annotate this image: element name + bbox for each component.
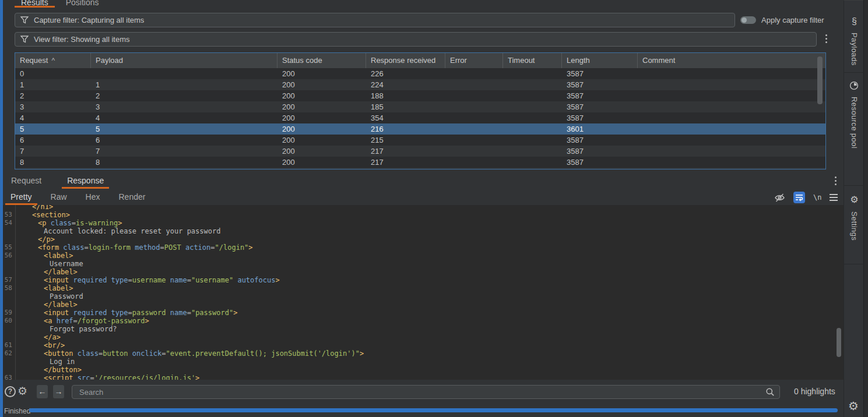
table-row[interactable]: 552002163601 bbox=[15, 123, 825, 135]
editor-options-icon[interactable] bbox=[830, 194, 838, 201]
table-cell bbox=[638, 68, 825, 79]
apply-capture-filter-toggle[interactable] bbox=[740, 16, 756, 24]
table-row[interactable]: 112002243587 bbox=[15, 79, 825, 90]
table-cell bbox=[638, 123, 825, 135]
table-header[interactable]: Request^PayloadStatus codeResponse recei… bbox=[15, 53, 825, 68]
editor-tabs: RequestResponse bbox=[6, 175, 109, 189]
table-cell: 1 bbox=[15, 79, 91, 90]
sidebar-tab-resource-pool[interactable]: Resource pool bbox=[844, 73, 864, 186]
capture-filter-label: Capture filter: Capturing all items bbox=[34, 16, 144, 24]
table-cell bbox=[638, 135, 825, 146]
table-cell: 3 bbox=[91, 101, 277, 112]
tab-request[interactable]: Request bbox=[6, 175, 47, 189]
code-line: Forgot password? bbox=[3, 325, 844, 333]
table-row[interactable]: 442003543587 bbox=[15, 112, 825, 123]
code-line: </button> bbox=[3, 366, 844, 374]
table-row[interactable]: 662002153587 bbox=[15, 135, 825, 146]
sidebar-tab-label: Resource pool bbox=[850, 97, 859, 149]
table-row[interactable]: 882002173587 bbox=[15, 157, 825, 168]
line-number: 58 bbox=[3, 284, 12, 292]
search-input[interactable] bbox=[72, 385, 780, 399]
sidebar-tab-payloads[interactable]: §Payloads bbox=[844, 8, 864, 73]
table-cell: 200 bbox=[277, 146, 366, 157]
line-number: 62 bbox=[3, 349, 12, 358]
view-filter-menu-icon[interactable] bbox=[823, 34, 829, 43]
table-cell: 3587 bbox=[562, 79, 638, 90]
table-row[interactable]: 222001883587 bbox=[15, 90, 825, 101]
table-cell: 8 bbox=[91, 157, 277, 168]
help-icon[interactable]: ? bbox=[5, 386, 16, 397]
table-row[interactable]: 02002263587 bbox=[15, 68, 825, 79]
column-header-comment[interactable]: Comment bbox=[638, 53, 825, 68]
tab-hex[interactable]: Hex bbox=[80, 192, 106, 205]
code-line: </p> bbox=[3, 235, 844, 243]
table-scrollbar[interactable] bbox=[817, 56, 823, 104]
table-cell: 0 bbox=[15, 68, 91, 79]
table-cell bbox=[445, 101, 503, 112]
view-filter-bar[interactable]: View filter: Showing all items bbox=[15, 32, 817, 47]
table-cell: 1 bbox=[91, 79, 277, 90]
code-line: Account locked: please reset your passwo… bbox=[3, 227, 844, 235]
column-header-error[interactable]: Error bbox=[445, 53, 503, 68]
tab-raw[interactable]: Raw bbox=[45, 192, 72, 205]
column-header-timeout[interactable]: Timeout bbox=[503, 53, 562, 68]
capture-filter-bar[interactable]: Capture filter: Capturing all items bbox=[15, 13, 735, 27]
table-cell bbox=[503, 168, 562, 169]
table-cell: 2 bbox=[91, 90, 277, 101]
line-number: 56 bbox=[3, 252, 12, 260]
table-cell: 4 bbox=[15, 112, 91, 123]
apply-capture-filter-label: Apply capture filter bbox=[761, 16, 824, 24]
column-header-payload[interactable]: Payload bbox=[91, 53, 277, 68]
table-row[interactable]: 772002173587 bbox=[15, 146, 825, 157]
table-cell: 200 bbox=[277, 112, 366, 123]
tab-results[interactable]: Results bbox=[15, 0, 55, 8]
magnifier-icon[interactable] bbox=[765, 387, 775, 397]
table-cell: 3587 bbox=[562, 68, 638, 79]
code-scrollbar[interactable] bbox=[837, 328, 841, 357]
tab-positions[interactable]: Positions bbox=[59, 0, 106, 8]
code-line: Username bbox=[3, 260, 844, 268]
table-row[interactable]: 992001943587 bbox=[15, 168, 825, 169]
column-header-length[interactable]: Length bbox=[562, 53, 638, 68]
code-line: Log in bbox=[3, 358, 844, 366]
table-cell bbox=[503, 112, 562, 123]
line-number: 61 bbox=[3, 341, 12, 349]
code-line: </h1> bbox=[3, 205, 844, 211]
table-cell: 200 bbox=[277, 79, 366, 90]
sidebar-settings-gear-icon[interactable]: ⚙ bbox=[848, 401, 859, 412]
sidebar-tab-settings[interactable]: ⚙Settings bbox=[844, 186, 864, 264]
word-wrap-icon[interactable] bbox=[793, 192, 805, 203]
table-cell: 7 bbox=[91, 146, 277, 157]
column-header-status-code[interactable]: Status code bbox=[277, 53, 366, 68]
table-cell: 354 bbox=[366, 112, 445, 123]
table-cell: 194 bbox=[366, 168, 445, 169]
table-cell: 200 bbox=[277, 101, 366, 112]
table-cell bbox=[638, 79, 825, 90]
search-settings-gear-icon[interactable]: ⚙ bbox=[17, 386, 27, 397]
table-cell bbox=[503, 90, 562, 101]
previous-match-button[interactable]: ← bbox=[37, 385, 48, 398]
table-cell: 6 bbox=[91, 135, 277, 146]
tab-render[interactable]: Render bbox=[114, 192, 151, 205]
hide-nonprintable-icon[interactable] bbox=[774, 193, 785, 203]
silcrow-icon: § bbox=[849, 16, 859, 26]
table-cell bbox=[503, 157, 562, 168]
response-code-view[interactable]: </h1>53<section>54<p class=is-warning>Ac… bbox=[3, 205, 844, 380]
tab-response[interactable]: Response bbox=[62, 175, 109, 189]
column-header-response-received[interactable]: Response received bbox=[366, 53, 445, 68]
table-cell bbox=[445, 79, 503, 90]
column-header-request[interactable]: Request^ bbox=[15, 53, 91, 68]
tab-pretty[interactable]: Pretty bbox=[5, 192, 37, 205]
table-cell: 3587 bbox=[562, 101, 638, 112]
editor-menu-icon[interactable] bbox=[832, 176, 838, 185]
code-line: 53<section> bbox=[3, 211, 844, 219]
line-number: 60 bbox=[3, 317, 12, 325]
newline-toggle-icon[interactable]: \n bbox=[813, 193, 821, 202]
table-row[interactable]: 332001853587 bbox=[15, 101, 825, 112]
table-cell: 6 bbox=[15, 135, 91, 146]
table-cell bbox=[503, 79, 562, 90]
next-match-button[interactable]: → bbox=[53, 385, 64, 398]
line-number: 53 bbox=[3, 211, 12, 219]
code-line: 55<form class=login-form method=POST act… bbox=[3, 243, 844, 252]
table-cell: 5 bbox=[15, 123, 91, 135]
